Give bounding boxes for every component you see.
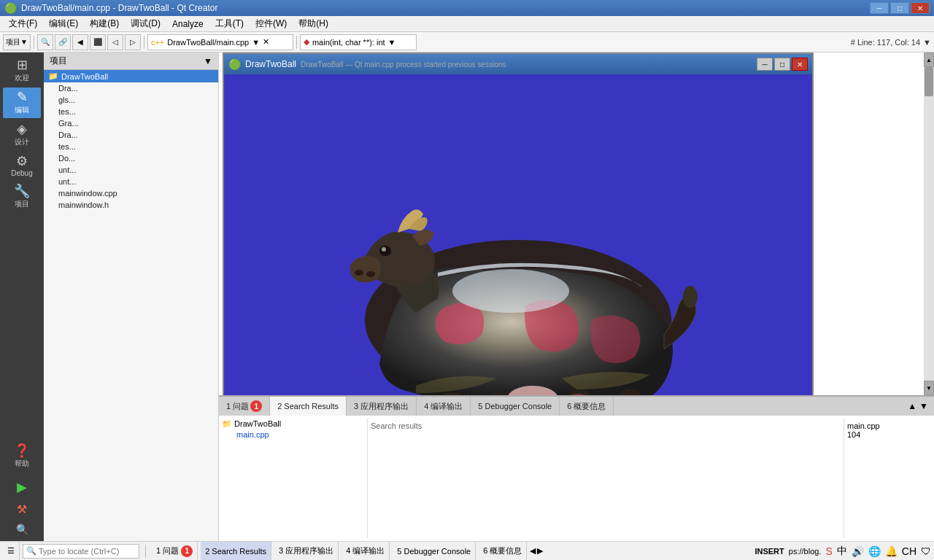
- build-file-main[interactable]: main.cpp: [222, 429, 367, 440]
- toolbar-back-btn[interactable]: ◀: [72, 34, 88, 50]
- search-input[interactable]: [39, 547, 126, 556]
- fitem-3[interactable]: tes...: [44, 106, 218, 117]
- fitem-5-label: Dra...: [58, 131, 78, 139]
- edit-icon: ✎: [17, 90, 28, 104]
- status-right: INSERT ps://blog. S 中 🔊 🌐 🔔 CH 🛡: [754, 545, 931, 558]
- status-up-arrow[interactable]: ◀: [530, 546, 536, 556]
- close-button[interactable]: ✕: [911, 2, 930, 14]
- fitem-8[interactable]: unt...: [44, 164, 218, 176]
- menu-tools[interactable]: 工具(T): [209, 16, 250, 31]
- sidebar-edit-label: 编辑: [15, 105, 29, 115]
- fitem-7[interactable]: Do...: [44, 152, 218, 164]
- menu-controls[interactable]: 控件(W): [250, 16, 293, 31]
- build-tab-search[interactable]: 2 Search Results: [270, 397, 347, 416]
- build-tab-overview[interactable]: 6 概要信息: [560, 397, 614, 416]
- build-area: 1 问题 1 2 Search Results 3 应用程序输出 4 编译输出 …: [219, 395, 934, 541]
- toolbar-nav-prev[interactable]: ◁: [107, 34, 123, 50]
- status-tab-compile[interactable]: 4 编译输出: [341, 542, 390, 560]
- fitem-folder-icon: 📁: [48, 71, 58, 81]
- sidebar-build-btn[interactable]: ⚒: [3, 499, 41, 519]
- fitem-mainwindowh[interactable]: mainwindow.h: [44, 199, 218, 211]
- fitem-2[interactable]: gls...: [44, 94, 218, 106]
- fitem-drawtwoball[interactable]: 📁 DrawTwoBall: [44, 70, 218, 82]
- maximize-button[interactable]: □: [890, 2, 909, 14]
- sidebar-run-btn[interactable]: ▶: [3, 476, 41, 498]
- status-icon-5: 🔔: [885, 545, 898, 557]
- fitem-5[interactable]: Dra...: [44, 129, 218, 141]
- editor-scrollbar[interactable]: ▲ ▼: [924, 52, 934, 395]
- file-icon: c++: [151, 38, 164, 47]
- build-tab-compile[interactable]: 4 编译输出: [417, 397, 471, 416]
- output-down-btn[interactable]: ▼: [919, 401, 928, 411]
- scrollbar-track[interactable]: [924, 67, 934, 381]
- dw-title-left: 🟢 DrawTwoBall DrawTwoBall — Qt main.cpp …: [228, 58, 506, 70]
- menu-file[interactable]: 文件(F): [3, 16, 43, 31]
- sidebar-item-welcome[interactable]: ⊞ 欢迎: [3, 55, 41, 86]
- build-file-drawtwoball[interactable]: 📁 DrawTwoBall: [222, 419, 367, 429]
- draw-window[interactable]: 🟢 DrawTwoBall DrawTwoBall — Qt main.cpp …: [223, 52, 814, 395]
- fitem-mainwindowh-label: mainwindow.h: [58, 201, 109, 209]
- fitem-9[interactable]: unt...: [44, 176, 218, 187]
- status-search-box[interactable]: 🔍: [23, 544, 139, 559]
- menu-help[interactable]: 帮助(H): [293, 16, 334, 31]
- toolbar-func-path[interactable]: ◆ main(int, char **): int ▼: [300, 34, 417, 50]
- file-dropdown-icon: ▼: [252, 38, 260, 47]
- menu-debug[interactable]: 调试(D): [125, 16, 166, 31]
- status-tab-problems[interactable]: 1 问题 1: [152, 542, 198, 560]
- fitem-6[interactable]: tes...: [44, 141, 218, 152]
- sidebar-item-help[interactable]: ❓ 帮助: [3, 441, 41, 472]
- status-down-arrow[interactable]: ▶: [537, 546, 543, 556]
- sidebar-search-btn[interactable]: 🔍: [3, 521, 41, 538]
- search-results-label: 2 Search Results: [205, 547, 266, 556]
- app-icon: 🟢: [4, 2, 17, 14]
- filelist-scroll[interactable]: 📁 DrawTwoBall Dra... gls... tes... Gra..…: [44, 70, 218, 541]
- scrollbar-down[interactable]: ▼: [924, 381, 934, 395]
- build-tab-debugconsole[interactable]: 5 Debugger Console: [471, 397, 560, 416]
- status-tab-debugger[interactable]: 5 Debugger Console: [393, 542, 476, 560]
- compile-status-label: 4 编译输出: [346, 545, 385, 556]
- scrollbar-thumb[interactable]: [925, 67, 933, 96]
- status-tab-appout[interactable]: 3 应用程序输出: [274, 542, 339, 560]
- fitem-4[interactable]: Gra...: [44, 117, 218, 129]
- dw-maximize-btn[interactable]: □: [774, 58, 790, 71]
- editor-main: } ; 🟢 DrawTwoBall DrawTwoBall — Qt main.…: [219, 52, 934, 395]
- cow-eye-highlight: [382, 247, 386, 252]
- status-tab-overview[interactable]: 6 概要信息: [479, 542, 527, 560]
- toolbar-filter-btn[interactable]: 🔍: [37, 34, 53, 50]
- menu-build[interactable]: 构建(B): [84, 16, 125, 31]
- fitem-mainwindowcpp[interactable]: mainwindow.cpp: [44, 187, 218, 199]
- menu-analyze[interactable]: Analyze: [166, 18, 209, 31]
- sidebar-item-project[interactable]: 🔧 项目: [3, 182, 41, 212]
- toolbar-file-path[interactable]: c++ DrawTwoBall/main.cpp ▼ ✕: [147, 34, 293, 50]
- sidebar-item-debug[interactable]: ⚙ Debug: [3, 152, 41, 180]
- build-tab-problems[interactable]: 1 问题 1: [219, 397, 270, 416]
- status-tab-search[interactable]: 2 Search Results: [201, 542, 271, 560]
- file-close-icon[interactable]: ✕: [263, 37, 269, 47]
- build-tab-appout[interactable]: 3 应用程序输出: [347, 397, 417, 416]
- menu-edit[interactable]: 编辑(E): [43, 16, 84, 31]
- project-label: 项目: [6, 37, 20, 47]
- output-controls: ▲ ▼: [908, 401, 934, 411]
- scrollbar-up[interactable]: ▲: [924, 52, 934, 67]
- toolbar-nav-next[interactable]: ▷: [125, 34, 141, 50]
- status-icon: ☰: [7, 546, 15, 556]
- status-icon-item[interactable]: ☰: [3, 542, 20, 560]
- cow-snout: [350, 255, 381, 282]
- project-icon: 🔧: [14, 184, 30, 198]
- output-up-btn[interactable]: ▲: [908, 401, 916, 411]
- dw-minimize-btn[interactable]: ─: [757, 58, 773, 71]
- filelist-title: 项目: [50, 55, 67, 67]
- toolbar-stop-btn[interactable]: ⬛: [90, 34, 106, 50]
- dw-app-icon: 🟢: [228, 58, 241, 70]
- fitem-1[interactable]: Dra...: [44, 82, 218, 94]
- sidebar-item-design[interactable]: ◈ 设计: [3, 120, 41, 150]
- minimize-button[interactable]: ─: [870, 2, 889, 14]
- toolbar-link-btn[interactable]: 🔗: [55, 34, 71, 50]
- dw-close-btn[interactable]: ✕: [792, 58, 808, 71]
- toolbar-project-dropdown[interactable]: 项目 ▼: [3, 34, 31, 50]
- sidebar-item-edit[interactable]: ✎ 编辑: [3, 88, 41, 118]
- workspace: ⊞ 欢迎 ✎ 编辑 ◈ 设计 ⚙ Debug 🔧 项目 ❓ 帮助: [0, 52, 934, 541]
- build-icon: ⚒: [17, 502, 27, 516]
- menubar: 文件(F) 编辑(E) 构建(B) 调试(D) Analyze 工具(T) 控件…: [0, 16, 934, 32]
- overview-tab-label: 6 概要信息: [567, 401, 606, 412]
